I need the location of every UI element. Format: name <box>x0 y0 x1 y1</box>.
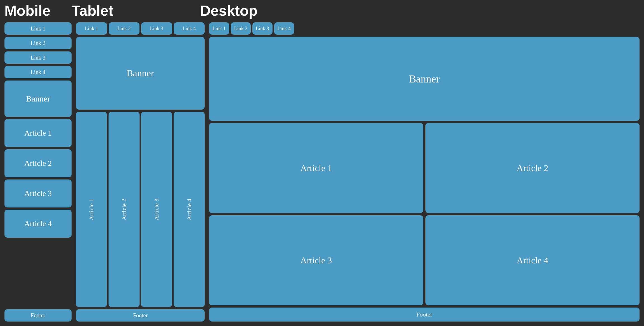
mobile-nav-link-1[interactable]: Link 1 <box>4 22 72 35</box>
desktop-article-1: Article 1 <box>209 123 423 213</box>
desktop-column: Link 1 Link 2 Link 3 Link 4 Banner Artic… <box>209 22 640 322</box>
desktop-nav-link-2[interactable]: Link 2 <box>231 22 251 35</box>
tablet-nav-link-1[interactable]: Link 1 <box>76 22 107 35</box>
tablet-title: Tablet <box>72 2 200 19</box>
desktop-footer: Footer <box>209 308 640 322</box>
desktop-title: Desktop <box>200 2 640 19</box>
desktop-nav-link-1[interactable]: Link 1 <box>209 22 229 35</box>
mobile-article-2: Article 2 <box>4 149 72 177</box>
mobile-nav-link-4[interactable]: Link 4 <box>4 66 72 78</box>
mobile-nav-link-2[interactable]: Link 2 <box>4 37 72 49</box>
mobile-article-1: Article 1 <box>4 119 72 147</box>
tablet-footer: Footer <box>76 309 205 322</box>
mobile-article-3: Article 3 <box>4 179 72 207</box>
mobile-article-4: Article 4 <box>4 210 72 238</box>
desktop-banner: Banner <box>209 37 640 121</box>
tablet-banner: Banner <box>76 37 205 110</box>
tablet-column: Link 1 Link 2 Link 3 Link 4 Banner Artic… <box>76 22 205 322</box>
desktop-nav-link-3[interactable]: Link 3 <box>252 22 273 35</box>
mobile-column: Link 1 Link 2 Link 3 Link 4 Banner Artic… <box>4 22 72 322</box>
desktop-article-4: Article 4 <box>425 215 640 305</box>
mobile-footer: Footer <box>4 309 72 322</box>
mobile-title: Mobile <box>4 2 72 19</box>
tablet-articles-row: Article 1 Article 2 Article 3 Article 4 <box>76 112 205 307</box>
tablet-article-2: Article 2 <box>109 112 140 307</box>
tablet-article-1: Article 1 <box>76 112 107 307</box>
tablet-article-4: Article 4 <box>174 112 205 307</box>
tablet-article-3: Article 3 <box>141 112 172 307</box>
tablet-nav-link-3[interactable]: Link 3 <box>141 22 172 35</box>
desktop-nav-link-4[interactable]: Link 4 <box>274 22 294 35</box>
tablet-nav-link-2[interactable]: Link 2 <box>109 22 140 35</box>
desktop-article-2: Article 2 <box>425 123 640 213</box>
desktop-article-3: Article 3 <box>209 215 423 305</box>
mobile-banner: Banner <box>4 81 72 117</box>
tablet-nav-link-4[interactable]: Link 4 <box>174 22 205 35</box>
mobile-nav-link-3[interactable]: Link 3 <box>4 51 72 64</box>
tablet-nav-row: Link 1 Link 2 Link 3 Link 4 <box>76 22 205 35</box>
desktop-nav-row: Link 1 Link 2 Link 3 Link 4 <box>209 22 640 35</box>
desktop-articles-grid: Article 1 Article 2 Article 3 Article 4 <box>209 123 640 305</box>
